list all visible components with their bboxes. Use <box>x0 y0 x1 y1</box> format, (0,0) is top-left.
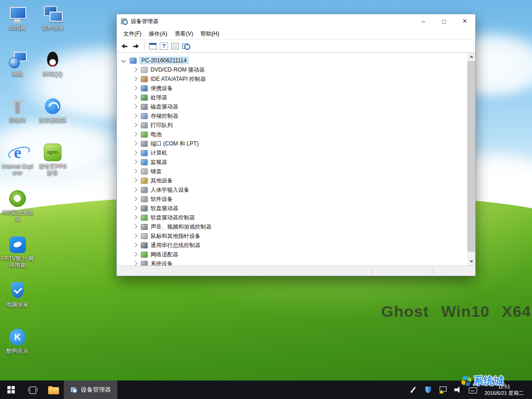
forward-arrow-icon[interactable] <box>132 42 140 50</box>
chevron-right-icon[interactable] <box>132 122 138 128</box>
desktop-icon-pc-manager[interactable]: 电脑管家 <box>0 281 35 327</box>
desktop-icon-thunder-speed[interactable]: 迅雷极速版 <box>35 96 70 142</box>
desktop-icon-tencent-qq[interactable]: 腾讯QQ <box>35 50 70 96</box>
status-separator <box>433 267 434 275</box>
start-button[interactable] <box>0 381 22 399</box>
pen-icon[interactable] <box>410 386 417 393</box>
chevron-right-icon[interactable] <box>132 103 138 110</box>
tree-item[interactable]: 端口 (COM 和 LPT) <box>117 139 467 148</box>
maximize-button[interactable]: □ <box>434 14 454 28</box>
menu-file[interactable]: 文件(F) <box>120 29 145 39</box>
title-bar[interactable]: 设备管理器 – □ × <box>117 14 475 28</box>
tree-item[interactable]: 通用串行总线控制器 <box>117 241 467 250</box>
desktop-icon-label: 酷狗音乐 <box>0 348 35 354</box>
back-arrow-icon[interactable] <box>121 42 129 50</box>
tree-item[interactable]: IDE ATA/ATAPI 控制器 <box>117 74 467 84</box>
scroll-down-button[interactable] <box>467 258 475 266</box>
chevron-right-icon[interactable] <box>132 214 138 221</box>
desktop-icon-360-browser[interactable]: 360安全浏览器 <box>0 188 35 235</box>
chevron-right-icon[interactable] <box>132 159 138 165</box>
kugou-music-glyph: K <box>8 328 27 346</box>
chevron-right-icon[interactable] <box>132 131 138 138</box>
chevron-right-icon[interactable] <box>132 168 138 175</box>
tree-item-label: 软盘驱动器 <box>151 205 178 212</box>
shield-icon[interactable] <box>424 386 432 393</box>
menu-action[interactable]: 操作(A) <box>145 29 171 39</box>
scrollbar[interactable] <box>467 53 475 266</box>
scrollbar-thumb[interactable] <box>467 61 475 252</box>
chevron-right-icon[interactable] <box>132 224 138 230</box>
menu-help[interactable]: 帮助(H) <box>197 29 223 39</box>
chevron-right-icon[interactable] <box>132 76 138 82</box>
desktop-icon-recycle-bin[interactable]: 回收站 <box>0 96 35 142</box>
chevron-right-icon[interactable] <box>132 113 138 119</box>
floppy-controller-icon <box>141 215 148 221</box>
desktop-icon-network[interactable]: 网络 <box>0 50 35 96</box>
close-button[interactable]: × <box>454 14 475 28</box>
properties-icon[interactable] <box>171 42 179 50</box>
file-explorer-button[interactable] <box>42 381 64 399</box>
internet-explorer-icon: e <box>8 143 27 162</box>
scroll-up-button[interactable] <box>467 53 475 60</box>
desktop-icon-internet-explorer[interactable]: eInternet Explorer <box>0 142 35 188</box>
tree-item[interactable]: 磁盘驱动器 <box>117 102 467 111</box>
tree-item[interactable]: DVD/CD-ROM 驱动器 <box>117 65 467 74</box>
tree-item[interactable]: 软件设备 <box>117 194 467 204</box>
chevron-right-icon[interactable] <box>132 251 138 258</box>
chevron-right-icon[interactable] <box>132 187 138 193</box>
desktop-icon-kugou-music[interactable]: K酷狗音乐 <box>0 327 35 373</box>
chevron-right-icon[interactable] <box>132 242 138 248</box>
tree-item[interactable]: 打印队列 <box>117 121 467 130</box>
tree-item[interactable]: 存储控制器 <box>117 111 467 121</box>
taskbar-app-device-manager[interactable]: 设备管理器 <box>64 381 117 399</box>
chevron-right-icon[interactable] <box>132 150 138 156</box>
tree-item[interactable]: 电池 <box>117 130 467 139</box>
desktop-icon-this-pc[interactable]: 此电脑 <box>0 4 35 50</box>
scan-hardware-icon[interactable] <box>182 42 190 50</box>
tree-item[interactable]: 声音、视频和游戏控制器 <box>117 222 467 231</box>
tree-root-item[interactable]: PC-201606211114 <box>117 56 467 65</box>
chevron-right-icon[interactable] <box>132 66 138 73</box>
desktop-icon-grid[interactable]: 此电脑宽带连接网络腾讯QQ回收站迅雷极速版eInternet Exploreri… <box>0 4 72 373</box>
desktop-icon-iqiyi-pps[interactable]: iQIYI爱奇艺PPS 影音 <box>35 142 70 188</box>
chevron-right-icon[interactable] <box>132 205 138 212</box>
print-queue-icon <box>141 122 148 128</box>
scroll-up-arrow-icon <box>470 55 473 58</box>
tree-item[interactable]: 计算机 <box>117 148 467 157</box>
chevron-right-icon[interactable] <box>132 140 138 147</box>
tree-item[interactable]: 系统设备 <box>117 259 467 266</box>
console-window-icon[interactable] <box>149 42 157 50</box>
minimize-button[interactable]: – <box>413 14 434 28</box>
chevron-right-icon[interactable] <box>132 233 138 239</box>
tree-item[interactable]: 监视器 <box>117 157 467 167</box>
chevron-right-icon[interactable] <box>132 260 138 266</box>
tree-item[interactable]: 其他设备 <box>117 176 467 185</box>
portable-device-icon <box>141 85 148 91</box>
chevron-down-icon[interactable] <box>121 57 127 64</box>
tree-item[interactable]: 键盘 <box>117 167 467 176</box>
tree-item[interactable]: 便携设备 <box>117 84 467 93</box>
tree-item-label: 其他设备 <box>151 177 173 185</box>
computer-icon <box>141 150 148 156</box>
tree-item[interactable]: 处理器 <box>117 93 467 102</box>
chevron-right-icon[interactable] <box>132 94 138 101</box>
menu-view[interactable]: 查看(V) <box>171 29 197 39</box>
chevron-right-icon[interactable] <box>132 196 138 202</box>
device-tree[interactable]: PC-201606211114 DVD/CD-ROM 驱动器IDE ATA/AT… <box>117 53 467 266</box>
tree-item[interactable]: 软盘驱动器 <box>117 204 467 213</box>
chevron-right-icon[interactable] <box>132 85 138 91</box>
network-warning-icon[interactable] <box>439 386 447 393</box>
tree-item[interactable]: 网络适配器 <box>117 250 467 259</box>
desktop-icon-broadband-connection[interactable]: 宽带连接 <box>35 4 70 50</box>
pinwheel-logo-icon <box>460 375 472 387</box>
tree-item[interactable]: 人体学输入设备 <box>117 185 467 194</box>
tree-item[interactable]: 软盘驱动器控制器 <box>117 213 467 222</box>
desktop-icon-pptv[interactable]: PPTV聚力 网络电视 <box>0 235 35 281</box>
usb-controller-icon <box>141 242 148 248</box>
help-icon[interactable]: ? <box>160 42 168 50</box>
chevron-right-icon[interactable] <box>132 177 138 184</box>
tree-item[interactable]: 鼠标和其他指针设备 <box>117 231 467 241</box>
sound-video-game-icon <box>141 224 148 230</box>
task-view-button[interactable] <box>22 381 42 399</box>
volume-icon[interactable] <box>454 386 461 393</box>
